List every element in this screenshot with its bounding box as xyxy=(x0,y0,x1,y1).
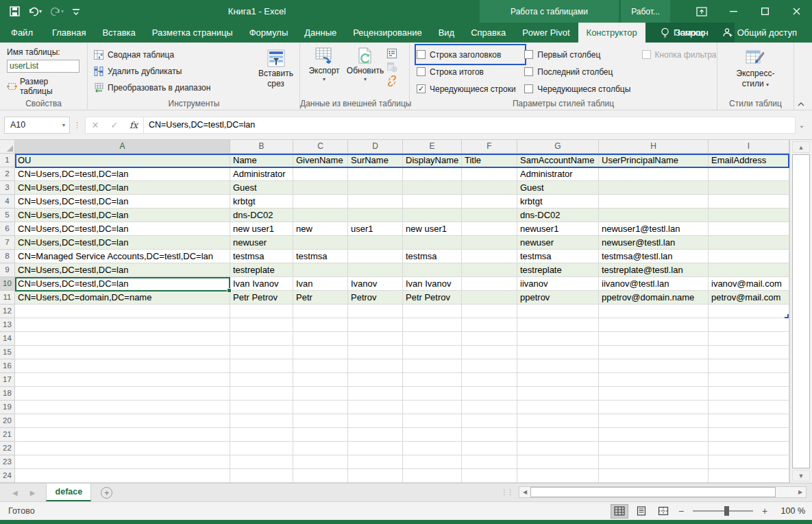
checkbox-чередующиеся-строки[interactable]: ✓Чередующиеся строки xyxy=(417,80,524,97)
cell-A4[interactable]: CN=Users,DC=testl,DC=lan xyxy=(15,195,230,209)
cell-D15[interactable] xyxy=(348,346,403,359)
scroll-up-button[interactable]: ▲ xyxy=(792,141,810,153)
close-button[interactable] xyxy=(780,0,812,23)
page-break-preview-button[interactable] xyxy=(654,504,672,519)
cell-C5[interactable] xyxy=(293,209,348,222)
zoom-out-button[interactable]: − xyxy=(676,505,686,516)
row-header-3[interactable]: 3 xyxy=(0,181,15,195)
ribbon-display-options-button[interactable] xyxy=(686,0,717,23)
cell-H5[interactable] xyxy=(599,209,709,222)
select-all-corner[interactable] xyxy=(0,140,15,154)
tell-me-button[interactable]: Помощн xyxy=(655,23,714,43)
row-header-9[interactable]: 9 xyxy=(0,263,15,277)
cell-C20[interactable] xyxy=(293,414,348,428)
horizontal-scrollbar-track[interactable]: ◀ ▶ xyxy=(519,486,807,498)
cell-C19[interactable] xyxy=(293,401,348,414)
row-header-13[interactable]: 13 xyxy=(0,318,15,332)
cell-D6[interactable]: user1 xyxy=(348,222,403,236)
row-header-23[interactable]: 23 xyxy=(0,455,15,469)
cell-H19[interactable] xyxy=(599,401,709,414)
cell-F15[interactable] xyxy=(462,346,517,359)
cell-D16[interactable] xyxy=(348,359,403,373)
cell-H13[interactable] xyxy=(599,318,709,332)
cell-F1[interactable]: Title xyxy=(462,154,517,167)
cell-I8[interactable] xyxy=(709,250,789,263)
scroll-left-button[interactable]: ◀ xyxy=(519,487,530,497)
cell-F19[interactable] xyxy=(462,401,517,414)
name-box-resize-handle[interactable]: ⋮ xyxy=(70,121,85,130)
scroll-down-button[interactable]: ▼ xyxy=(792,470,810,481)
cell-F20[interactable] xyxy=(462,414,517,428)
cell-D1[interactable]: SurName xyxy=(348,154,403,167)
cell-E14[interactable] xyxy=(403,332,462,346)
cell-I9[interactable] xyxy=(709,263,789,277)
cell-I13[interactable] xyxy=(709,318,789,332)
vertical-scroll-thumb[interactable] xyxy=(792,154,810,468)
cell-H11[interactable]: ppetrov@domain.name xyxy=(599,291,709,305)
cell-E20[interactable] xyxy=(403,414,462,428)
cell-A20[interactable] xyxy=(15,414,230,428)
cell-B24[interactable] xyxy=(230,469,293,483)
zoom-level-label[interactable]: 100 % xyxy=(774,506,805,516)
cell-I4[interactable] xyxy=(709,195,789,209)
cell-F18[interactable] xyxy=(462,387,517,401)
cell-H18[interactable] xyxy=(599,387,709,401)
cell-D21[interactable] xyxy=(348,428,403,442)
cell-A8[interactable]: CN=Managed Service Accounts,DC=testl,DC=… xyxy=(15,250,230,263)
cell-E23[interactable] xyxy=(403,455,462,469)
cell-B15[interactable] xyxy=(230,346,293,359)
enter-formula-button[interactable]: ✓ xyxy=(105,120,124,130)
row-header-18[interactable]: 18 xyxy=(0,387,15,401)
row-header-24[interactable]: 24 xyxy=(0,469,15,483)
cell-I7[interactable] xyxy=(709,236,789,250)
cell-G7[interactable]: newuser xyxy=(517,236,599,250)
column-header-H[interactable]: H xyxy=(599,140,709,154)
cell-F3[interactable] xyxy=(462,181,517,195)
cell-A23[interactable] xyxy=(15,455,230,469)
cell-D4[interactable] xyxy=(348,195,403,209)
cell-F21[interactable] xyxy=(462,428,517,442)
cell-C4[interactable] xyxy=(293,195,348,209)
cell-A6[interactable]: CN=Users,DC=testl,DC=lan xyxy=(15,222,230,236)
next-sheet-button[interactable]: ▶ xyxy=(30,489,36,497)
remove-duplicates-button[interactable]: Удалить дубликаты xyxy=(93,63,252,80)
cell-H14[interactable] xyxy=(599,332,709,346)
cell-C15[interactable] xyxy=(293,346,348,359)
contextual-tab-group-table-tools[interactable]: Работа с таблицами xyxy=(480,0,619,23)
collapse-ribbon-button[interactable] xyxy=(797,102,805,107)
cell-H16[interactable] xyxy=(599,359,709,373)
cell-I6[interactable] xyxy=(709,222,789,236)
connection-properties-button[interactable] xyxy=(386,48,397,59)
cell-F5[interactable] xyxy=(462,209,517,222)
cell-C18[interactable] xyxy=(293,387,348,401)
cell-B11[interactable]: Petr Petrov xyxy=(230,291,293,305)
column-header-F[interactable]: F xyxy=(462,140,517,154)
cell-G23[interactable] xyxy=(517,455,599,469)
cell-F22[interactable] xyxy=(462,442,517,455)
cell-D22[interactable] xyxy=(348,442,403,455)
cell-C2[interactable] xyxy=(293,167,348,181)
cell-H9[interactable]: testreplate@testl.lan xyxy=(599,263,709,277)
scrollbar-resize-grip[interactable]: ⋮⋮ xyxy=(501,488,513,496)
cell-B8[interactable]: testmsa xyxy=(230,250,293,263)
cell-H20[interactable] xyxy=(599,414,709,428)
cell-D14[interactable] xyxy=(348,332,403,346)
cell-F17[interactable] xyxy=(462,373,517,387)
ribbon-tab-данные[interactable]: Данные xyxy=(296,23,345,43)
cell-B4[interactable]: krbtgt xyxy=(230,195,293,209)
cell-E24[interactable] xyxy=(403,469,462,483)
cell-A18[interactable] xyxy=(15,387,230,401)
row-header-8[interactable]: 8 xyxy=(0,250,15,263)
cell-E21[interactable] xyxy=(403,428,462,442)
cell-F14[interactable] xyxy=(462,332,517,346)
expand-formula-bar-button[interactable]: ⌄ xyxy=(796,121,808,129)
cell-I24[interactable] xyxy=(709,469,789,483)
cell-G17[interactable] xyxy=(517,373,599,387)
cell-I23[interactable] xyxy=(709,455,789,469)
cell-B14[interactable] xyxy=(230,332,293,346)
cell-A1[interactable]: OU xyxy=(15,154,230,167)
column-header-B[interactable]: B xyxy=(230,140,293,154)
prev-sheet-button[interactable]: ◀ xyxy=(12,489,18,497)
ribbon-tab-конструктор[interactable]: Конструктор xyxy=(578,23,645,43)
cell-F12[interactable] xyxy=(462,305,517,318)
